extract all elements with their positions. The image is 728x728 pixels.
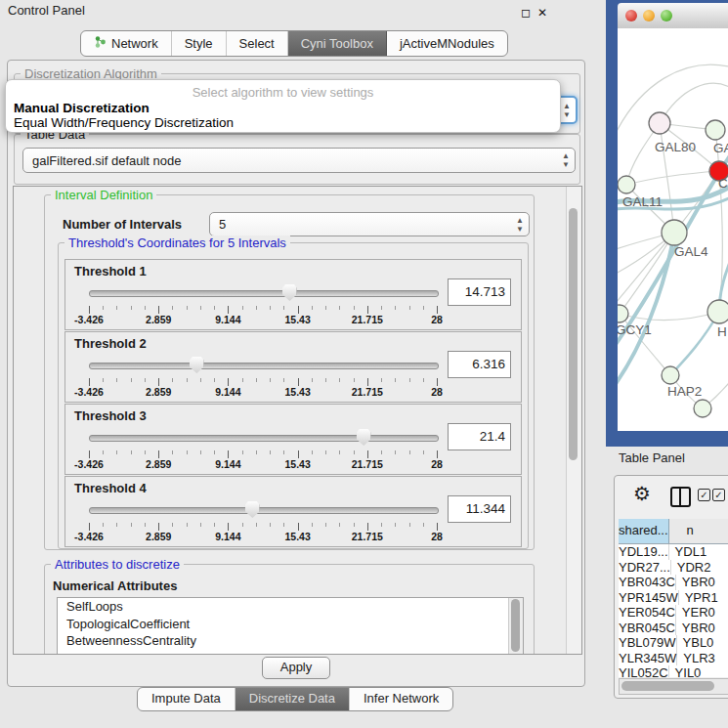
slider-track[interactable] bbox=[89, 507, 439, 514]
minimize-traffic-light-icon[interactable] bbox=[643, 10, 655, 21]
slider-major-ticks bbox=[89, 523, 439, 531]
slider-track[interactable] bbox=[89, 435, 439, 442]
network-node[interactable] bbox=[694, 400, 711, 417]
name-cell[interactable]: YIL0 bbox=[669, 665, 728, 677]
slider-track[interactable] bbox=[89, 290, 439, 297]
name-cell[interactable]: YDR2 bbox=[671, 560, 728, 576]
slider-track[interactable] bbox=[89, 363, 439, 369]
select-none-checkbox-icon[interactable]: ✓ bbox=[712, 489, 725, 501]
tab-select[interactable]: Select bbox=[227, 31, 288, 56]
name-cell[interactable]: YDL1 bbox=[669, 544, 728, 560]
table-row[interactable]: YIL052CYIL0 bbox=[619, 665, 728, 677]
table-row[interactable]: YBR043CYBR0 bbox=[619, 575, 728, 590]
shared-name-cell[interactable]: YLR345W bbox=[619, 651, 677, 666]
threshold-value-field[interactable]: 11.344 bbox=[448, 495, 511, 523]
shared-name-cell[interactable]: YIL052C bbox=[619, 665, 669, 677]
slider-thumb[interactable] bbox=[357, 429, 371, 446]
tab-style-label: Style bbox=[185, 36, 213, 51]
tab-select-label: Select bbox=[239, 36, 275, 51]
threshold-slider[interactable]: -3.4262.8599.14415.4321.71528 bbox=[89, 500, 437, 543]
network-node[interactable] bbox=[618, 305, 628, 322]
shared-name-cell[interactable]: YPR145W bbox=[619, 590, 679, 606]
table-row[interactable]: YDR27...YDR2 bbox=[619, 560, 728, 576]
application-window: Control Panel ◻ ✕ Network Style Select C… bbox=[0, 0, 728, 728]
tab-style[interactable]: Style bbox=[172, 31, 227, 56]
slider-thumb[interactable] bbox=[282, 284, 297, 301]
attribute-list-item[interactable]: BetweennessCentrality bbox=[58, 632, 523, 650]
slider-thumb[interactable] bbox=[190, 357, 204, 373]
number-of-intervals-combobox[interactable]: 5 ▲▼ bbox=[209, 212, 530, 236]
table-row[interactable]: YPR145WYPR1 bbox=[619, 590, 728, 606]
attribute-list-item[interactable]: TopologicalCoefficient bbox=[58, 616, 523, 633]
column-header-shared-name[interactable]: shared... bbox=[619, 519, 669, 543]
threshold-value-field[interactable]: 21.4 bbox=[448, 423, 511, 450]
network-window-titlebar[interactable] bbox=[618, 3, 728, 29]
threshold-value-field[interactable]: 6.316 bbox=[448, 351, 511, 378]
threshold-slider[interactable]: -3.4262.8599.14415.4321.71528 bbox=[89, 428, 437, 471]
slider-scale-label: -3.426 bbox=[74, 314, 104, 325]
threshold-slider[interactable]: -3.4262.8599.14415.4321.71528 bbox=[89, 356, 437, 399]
table-data-combobox[interactable]: galFiltered.sif default node ▲▼ bbox=[22, 148, 576, 173]
threshold-value-field[interactable]: 14.713 bbox=[448, 278, 511, 306]
network-node[interactable] bbox=[618, 176, 635, 193]
tab-network[interactable]: Network bbox=[81, 31, 172, 56]
shared-name-cell[interactable]: YER054C bbox=[619, 605, 676, 621]
close-icon[interactable]: ✕ bbox=[537, 6, 547, 20]
columns-icon[interactable] bbox=[670, 487, 691, 507]
table-row[interactable]: YBL079WYBL0 bbox=[619, 635, 728, 651]
tab-jactivemnodules[interactable]: jActiveMNodules bbox=[387, 31, 507, 56]
scrollbar-thumb[interactable] bbox=[511, 599, 520, 652]
threshold-slider[interactable]: -3.4262.8599.14415.4321.71528 bbox=[89, 283, 437, 326]
table-row[interactable]: YER054CYER0 bbox=[619, 605, 728, 621]
tab-discretize-data[interactable]: Discretize Data bbox=[236, 688, 350, 710]
settings-scrollbar[interactable] bbox=[566, 187, 581, 654]
zoom-traffic-light-icon[interactable] bbox=[661, 10, 672, 21]
column-header-name[interactable]: n bbox=[669, 519, 728, 543]
shared-name-cell[interactable]: YBL079W bbox=[619, 635, 677, 651]
algorithm-popup: Select algorithm to view settings Manual… bbox=[5, 79, 561, 133]
name-cell[interactable]: YBR0 bbox=[676, 621, 728, 636]
network-node[interactable] bbox=[662, 220, 687, 245]
tab-infer-network[interactable]: Infer Network bbox=[350, 688, 452, 710]
numerical-attributes-list[interactable]: SelfLoopsTopologicalCoefficientBetweenne… bbox=[57, 597, 524, 655]
network-view-canvas[interactable]: GAL80GALCGAL11GAL4GCY1HHAP2 bbox=[618, 28, 728, 431]
name-cell[interactable]: YLR3 bbox=[677, 651, 728, 666]
table-horizontal-scrollbar[interactable] bbox=[619, 678, 728, 695]
attribute-list-item[interactable]: SelfLoops bbox=[58, 598, 523, 616]
shared-name-cell[interactable]: YBR045C bbox=[619, 621, 676, 636]
network-node[interactable] bbox=[707, 300, 728, 323]
popup-item-manual-discretization[interactable]: Manual Discretization bbox=[14, 101, 150, 115]
tab-impute-data[interactable]: Impute Data bbox=[138, 688, 236, 710]
name-cell[interactable]: YER0 bbox=[676, 605, 728, 621]
table-row[interactable]: YBR045CYBR0 bbox=[619, 621, 728, 636]
shared-name-cell[interactable]: YDL19... bbox=[619, 544, 669, 560]
float-window-icon[interactable]: ◻ bbox=[521, 6, 531, 20]
network-node[interactable] bbox=[649, 112, 670, 134]
network-node[interactable] bbox=[662, 366, 679, 384]
combo-arrows-icon: ▲▼ bbox=[557, 151, 575, 169]
network-node-label: GCY1 bbox=[618, 322, 652, 337]
name-cell[interactable]: YBR0 bbox=[676, 575, 728, 590]
threshold-label: Threshold 3 bbox=[74, 408, 147, 423]
table-row[interactable]: YDL19...YDL1 bbox=[619, 544, 728, 560]
slider-thumb[interactable] bbox=[245, 501, 260, 518]
scrollbar-thumb[interactable] bbox=[621, 681, 714, 691]
slider-scale-label: 28 bbox=[431, 531, 443, 542]
apply-button[interactable]: Apply bbox=[262, 657, 330, 679]
scrollbar-thumb[interactable] bbox=[569, 208, 578, 460]
shared-name-cell[interactable]: YBR043C bbox=[619, 575, 676, 590]
popup-item-equal-width[interactable]: Equal Width/Frequency Discretization bbox=[14, 115, 234, 130]
attributes-scrollbar[interactable] bbox=[508, 598, 523, 655]
tab-cyni-toolbox-label: Cyni Toolbox bbox=[301, 36, 373, 51]
shared-name-cell[interactable]: YDR27... bbox=[619, 560, 671, 576]
slider-scale: -3.4262.8599.14415.4321.71528 bbox=[89, 314, 437, 326]
select-all-checkbox-icon[interactable]: ✓ bbox=[698, 489, 710, 501]
gear-icon[interactable]: ⚙ bbox=[633, 483, 651, 504]
name-cell[interactable]: YPR1 bbox=[679, 590, 728, 606]
table-row[interactable]: YLR345WYLR3 bbox=[619, 651, 728, 666]
name-cell[interactable]: YBL0 bbox=[677, 635, 728, 651]
node-attribute-table[interactable]: shared... n YDL19...YDL1YDR27...YDR2YBR0… bbox=[619, 519, 728, 677]
network-node[interactable] bbox=[706, 120, 725, 140]
close-traffic-light-icon[interactable] bbox=[625, 10, 637, 21]
tab-cyni-toolbox[interactable]: Cyni Toolbox bbox=[288, 31, 387, 56]
